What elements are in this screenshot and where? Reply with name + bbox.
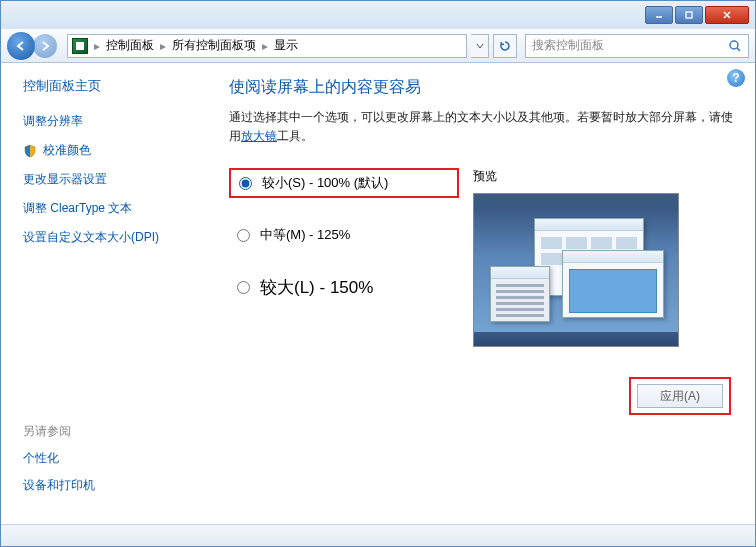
statusbar	[1, 524, 755, 546]
body: 控制面板主页 调整分辨率 校准颜色 更改显示器设置 调整 ClearType 文…	[1, 63, 755, 524]
search-placeholder: 搜索控制面板	[532, 37, 728, 54]
radio-smaller[interactable]	[239, 177, 252, 190]
page-description: 通过选择其中一个选项，可以更改屏幕上的文本大小以及其他项。若要暂时放大部分屏幕，…	[229, 108, 735, 146]
option-larger[interactable]: 较大(L) - 150%	[229, 272, 459, 303]
see-also-devices-printers[interactable]: 设备和打印机	[23, 477, 201, 494]
shield-icon	[23, 144, 37, 158]
search-icon	[728, 39, 742, 53]
address-dropdown-button[interactable]	[471, 34, 489, 58]
chevron-right-icon: ▸	[160, 39, 166, 53]
see-also-title: 另请参阅	[23, 423, 201, 440]
options-row: 较小(S) - 100% (默认) 中等(M) - 125% 较大(L) - 1…	[229, 168, 735, 347]
control-panel-home-link[interactable]: 控制面板主页	[19, 77, 201, 95]
breadcrumb[interactable]: 所有控制面板项	[172, 37, 256, 54]
titlebar	[1, 1, 755, 29]
sidebar-link-custom-dpi[interactable]: 设置自定义文本大小(DPI)	[19, 229, 201, 246]
nav-buttons	[7, 32, 57, 60]
back-button[interactable]	[7, 32, 35, 60]
preview-window-icon	[490, 266, 550, 322]
breadcrumb[interactable]: 控制面板	[106, 37, 154, 54]
apply-highlight: 应用(A)	[629, 377, 731, 415]
apply-button[interactable]: 应用(A)	[637, 384, 723, 408]
option-label: 较大(L) - 150%	[260, 276, 373, 299]
preview-window-icon	[562, 250, 664, 318]
sidebar-link-resolution[interactable]: 调整分辨率	[19, 113, 201, 130]
apply-row: 应用(A)	[229, 377, 735, 415]
dpi-options: 较小(S) - 100% (默认) 中等(M) - 125% 较大(L) - 1…	[229, 168, 459, 347]
sidebar-link-calibrate-color[interactable]: 校准颜色	[19, 142, 201, 159]
sidebar-links: 调整分辨率 校准颜色 更改显示器设置 调整 ClearType 文本 设置自定义…	[19, 113, 201, 246]
sidebar: 控制面板主页 调整分辨率 校准颜色 更改显示器设置 调整 ClearType 文…	[1, 63, 211, 524]
window: ▸ 控制面板 ▸ 所有控制面板项 ▸ 显示 搜索控制面板 控制面板主页 调整分辨…	[0, 0, 756, 547]
see-also-personalization[interactable]: 个性化	[23, 450, 201, 467]
preview-taskbar-icon	[474, 332, 678, 346]
svg-rect-1	[686, 12, 692, 18]
address-bar[interactable]: ▸ 控制面板 ▸ 所有控制面板项 ▸ 显示	[67, 34, 467, 58]
svg-point-4	[730, 41, 738, 49]
sidebar-link-cleartype[interactable]: 调整 ClearType 文本	[19, 200, 201, 217]
svg-line-5	[737, 48, 740, 51]
forward-button[interactable]	[33, 34, 57, 58]
sidebar-link-display-settings[interactable]: 更改显示器设置	[19, 171, 201, 188]
sidebar-see-also: 另请参阅 个性化 设备和打印机	[19, 423, 201, 514]
preview-image	[473, 193, 679, 347]
search-input[interactable]: 搜索控制面板	[525, 34, 749, 58]
option-smaller[interactable]: 较小(S) - 100% (默认)	[229, 168, 459, 198]
preview-column: 预览	[459, 168, 735, 347]
option-medium[interactable]: 中等(M) - 125%	[229, 222, 459, 248]
help-icon[interactable]: ?	[727, 69, 745, 87]
chevron-right-icon: ▸	[94, 39, 100, 53]
radio-larger[interactable]	[237, 281, 250, 294]
maximize-button[interactable]	[675, 6, 703, 24]
chevron-right-icon: ▸	[262, 39, 268, 53]
magnifier-link[interactable]: 放大镜	[241, 129, 277, 143]
main-panel: ? 使阅读屏幕上的内容更容易 通过选择其中一个选项，可以更改屏幕上的文本大小以及…	[211, 63, 755, 524]
radio-medium[interactable]	[237, 229, 250, 242]
page-title: 使阅读屏幕上的内容更容易	[229, 77, 735, 98]
control-panel-icon	[72, 38, 88, 54]
refresh-button[interactable]	[493, 34, 517, 58]
breadcrumb[interactable]: 显示	[274, 37, 298, 54]
navbar: ▸ 控制面板 ▸ 所有控制面板项 ▸ 显示 搜索控制面板	[1, 29, 755, 63]
preview-label: 预览	[473, 168, 735, 185]
option-label: 中等(M) - 125%	[260, 226, 350, 244]
minimize-button[interactable]	[645, 6, 673, 24]
option-label: 较小(S) - 100% (默认)	[262, 174, 388, 192]
close-button[interactable]	[705, 6, 749, 24]
